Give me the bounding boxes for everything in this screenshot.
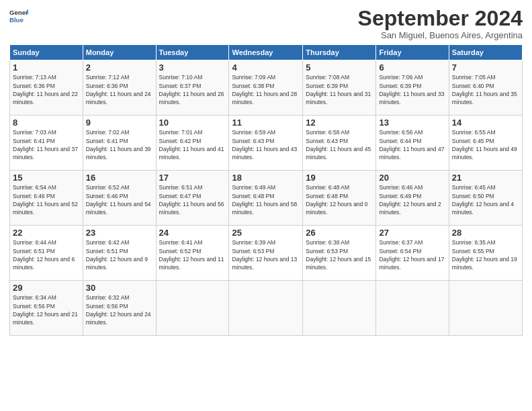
day-number: 8 xyxy=(13,118,80,128)
col-monday: Monday xyxy=(83,45,156,60)
day-info: Sunrise: 6:41 AMSunset: 6:52 PMDaylight:… xyxy=(159,238,226,271)
table-row: 20Sunrise: 6:46 AMSunset: 6:49 PMDayligh… xyxy=(376,171,449,226)
table-row: 9Sunrise: 7:02 AMSunset: 6:41 PMDaylight… xyxy=(83,116,156,171)
logo-icon: General Blue xyxy=(9,7,28,26)
table-row: 28Sunrise: 6:35 AMSunset: 6:55 PMDayligh… xyxy=(449,226,522,281)
day-info: Sunrise: 6:38 AMSunset: 6:53 PMDaylight:… xyxy=(306,238,373,271)
day-number: 27 xyxy=(379,228,445,238)
day-info: Sunrise: 6:56 AMSunset: 6:44 PMDaylight:… xyxy=(379,128,445,161)
table-row: 7Sunrise: 7:05 AMSunset: 6:40 PMDaylight… xyxy=(449,60,522,116)
day-info: Sunrise: 6:54 AMSunset: 6:46 PMDaylight:… xyxy=(13,183,80,216)
table-row: 30Sunrise: 6:32 AMSunset: 6:56 PMDayligh… xyxy=(83,281,156,336)
day-info: Sunrise: 6:55 AMSunset: 6:45 PMDaylight:… xyxy=(452,128,519,161)
table-row: 25Sunrise: 6:39 AMSunset: 6:53 PMDayligh… xyxy=(229,226,303,281)
table-row xyxy=(229,281,303,336)
day-number: 3 xyxy=(159,62,226,73)
day-info: Sunrise: 7:03 AMSunset: 6:41 PMDaylight:… xyxy=(13,128,80,161)
day-info: Sunrise: 7:02 AMSunset: 6:41 PMDaylight:… xyxy=(86,128,153,161)
table-row: 1Sunrise: 7:13 AMSunset: 6:36 PMDaylight… xyxy=(10,60,83,116)
day-info: Sunrise: 7:05 AMSunset: 6:40 PMDaylight:… xyxy=(452,73,519,106)
table-row xyxy=(303,281,376,336)
day-number: 18 xyxy=(232,173,300,183)
table-row: 14Sunrise: 6:55 AMSunset: 6:45 PMDayligh… xyxy=(449,116,522,171)
table-row: 5Sunrise: 7:08 AMSunset: 6:39 PMDaylight… xyxy=(303,60,376,116)
table-row xyxy=(156,281,229,336)
table-row: 16Sunrise: 6:52 AMSunset: 6:46 PMDayligh… xyxy=(83,171,156,226)
logo: General Blue xyxy=(9,7,28,26)
day-number: 21 xyxy=(452,173,519,183)
day-number: 30 xyxy=(86,283,153,293)
svg-text:Blue: Blue xyxy=(9,16,24,24)
col-sunday: Sunday xyxy=(10,45,83,60)
day-number: 10 xyxy=(159,118,226,128)
table-row: 21Sunrise: 6:45 AMSunset: 6:50 PMDayligh… xyxy=(449,171,522,226)
day-info: Sunrise: 6:45 AMSunset: 6:50 PMDaylight:… xyxy=(452,183,519,216)
day-number: 14 xyxy=(452,118,519,128)
table-row: 8Sunrise: 7:03 AMSunset: 6:41 PMDaylight… xyxy=(10,116,83,171)
day-number: 9 xyxy=(86,118,153,128)
day-info: Sunrise: 7:06 AMSunset: 6:39 PMDaylight:… xyxy=(379,73,445,106)
table-row: 18Sunrise: 6:49 AMSunset: 6:48 PMDayligh… xyxy=(229,171,303,226)
table-row xyxy=(449,281,522,336)
col-friday: Friday xyxy=(376,45,449,60)
day-number: 11 xyxy=(232,118,300,128)
day-info: Sunrise: 7:01 AMSunset: 6:42 PMDaylight:… xyxy=(159,128,226,161)
day-number: 13 xyxy=(379,118,445,128)
calendar-header-row: Sunday Monday Tuesday Wednesday Thursday… xyxy=(10,45,523,60)
title-area: September 2024 San Miguel, Buenos Aires,… xyxy=(358,7,523,40)
day-info: Sunrise: 6:32 AMSunset: 6:56 PMDaylight:… xyxy=(86,293,153,326)
day-number: 24 xyxy=(159,228,226,238)
table-row: 4Sunrise: 7:09 AMSunset: 6:38 PMDaylight… xyxy=(229,60,303,116)
day-number: 1 xyxy=(13,62,80,73)
day-number: 6 xyxy=(379,62,445,73)
day-number: 19 xyxy=(306,173,373,183)
day-number: 29 xyxy=(13,283,80,293)
day-info: Sunrise: 7:08 AMSunset: 6:39 PMDaylight:… xyxy=(306,73,373,106)
day-number: 17 xyxy=(159,173,226,183)
table-row: 10Sunrise: 7:01 AMSunset: 6:42 PMDayligh… xyxy=(156,116,229,171)
day-info: Sunrise: 6:59 AMSunset: 6:43 PMDaylight:… xyxy=(232,128,300,161)
calendar-week-row: 8Sunrise: 7:03 AMSunset: 6:41 PMDaylight… xyxy=(10,116,523,171)
day-info: Sunrise: 6:52 AMSunset: 6:46 PMDaylight:… xyxy=(86,183,153,216)
day-info: Sunrise: 7:13 AMSunset: 6:36 PMDaylight:… xyxy=(13,73,80,106)
day-info: Sunrise: 6:39 AMSunset: 6:53 PMDaylight:… xyxy=(232,238,300,271)
calendar-week-row: 15Sunrise: 6:54 AMSunset: 6:46 PMDayligh… xyxy=(10,171,523,226)
day-info: Sunrise: 7:12 AMSunset: 6:36 PMDaylight:… xyxy=(86,73,153,106)
table-row: 19Sunrise: 6:48 AMSunset: 6:48 PMDayligh… xyxy=(303,171,376,226)
day-number: 20 xyxy=(379,173,445,183)
day-info: Sunrise: 7:09 AMSunset: 6:38 PMDaylight:… xyxy=(232,73,300,106)
table-row: 17Sunrise: 6:51 AMSunset: 6:47 PMDayligh… xyxy=(156,171,229,226)
day-info: Sunrise: 6:48 AMSunset: 6:48 PMDaylight:… xyxy=(306,183,373,216)
day-info: Sunrise: 6:42 AMSunset: 6:51 PMDaylight:… xyxy=(86,238,153,271)
day-number: 4 xyxy=(232,62,300,73)
day-number: 2 xyxy=(86,62,153,73)
day-number: 22 xyxy=(13,228,80,238)
day-number: 15 xyxy=(13,173,80,183)
table-row: 3Sunrise: 7:10 AMSunset: 6:37 PMDaylight… xyxy=(156,60,229,116)
table-row: 24Sunrise: 6:41 AMSunset: 6:52 PMDayligh… xyxy=(156,226,229,281)
day-number: 12 xyxy=(306,118,373,128)
day-number: 5 xyxy=(306,62,373,73)
table-row xyxy=(376,281,449,336)
table-row: 29Sunrise: 6:34 AMSunset: 6:56 PMDayligh… xyxy=(10,281,83,336)
table-row: 11Sunrise: 6:59 AMSunset: 6:43 PMDayligh… xyxy=(229,116,303,171)
table-row: 22Sunrise: 6:44 AMSunset: 6:51 PMDayligh… xyxy=(10,226,83,281)
day-number: 16 xyxy=(86,173,153,183)
page-title: September 2024 xyxy=(358,7,523,30)
page-subtitle: San Miguel, Buenos Aires, Argentina xyxy=(358,30,523,40)
day-number: 28 xyxy=(452,228,519,238)
col-tuesday: Tuesday xyxy=(156,45,229,60)
header: General Blue September 2024 San Miguel, … xyxy=(9,7,523,40)
col-wednesday: Wednesday xyxy=(229,45,303,60)
day-info: Sunrise: 6:51 AMSunset: 6:47 PMDaylight:… xyxy=(159,183,226,216)
day-info: Sunrise: 7:10 AMSunset: 6:37 PMDaylight:… xyxy=(159,73,226,106)
table-row: 23Sunrise: 6:42 AMSunset: 6:51 PMDayligh… xyxy=(83,226,156,281)
calendar-table: Sunday Monday Tuesday Wednesday Thursday… xyxy=(9,44,523,336)
calendar-week-row: 22Sunrise: 6:44 AMSunset: 6:51 PMDayligh… xyxy=(10,226,523,281)
day-info: Sunrise: 6:58 AMSunset: 6:43 PMDaylight:… xyxy=(306,128,373,161)
day-number: 25 xyxy=(232,228,300,238)
table-row: 12Sunrise: 6:58 AMSunset: 6:43 PMDayligh… xyxy=(303,116,376,171)
day-info: Sunrise: 6:46 AMSunset: 6:49 PMDaylight:… xyxy=(379,183,445,216)
day-info: Sunrise: 6:35 AMSunset: 6:55 PMDaylight:… xyxy=(452,238,519,271)
table-row: 13Sunrise: 6:56 AMSunset: 6:44 PMDayligh… xyxy=(376,116,449,171)
